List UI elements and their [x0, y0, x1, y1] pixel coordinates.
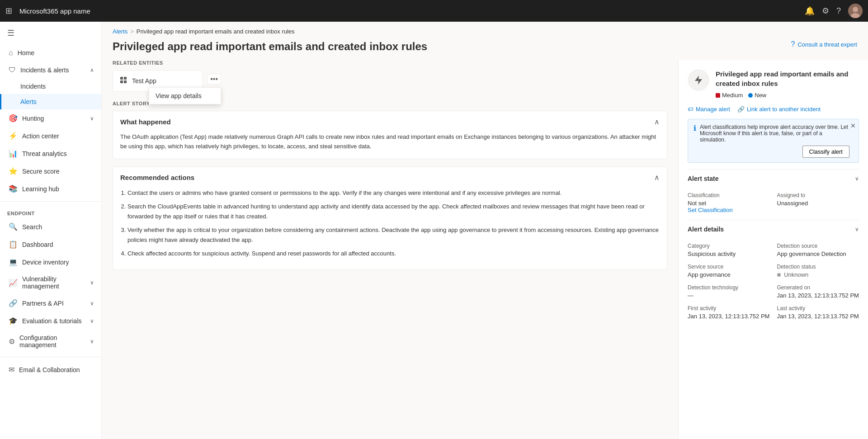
recommended-actions-title: Recommended actions [120, 174, 194, 181]
breadcrumb: Alerts > Privileged app read important e… [102, 22, 868, 35]
avatar[interactable] [848, 4, 863, 18]
partners-icon: 🔗 [9, 299, 18, 307]
entity-menu-button[interactable]: ••• [207, 74, 221, 85]
detection-source-label: Detection source [777, 243, 859, 249]
chevron-up-what-icon: ∧ [654, 118, 660, 126]
manage-alert-link[interactable]: 🏷 Manage alert [688, 106, 730, 113]
svg-rect-4 [124, 77, 127, 80]
what-happened-text: The OAuth application (Test App) made re… [120, 132, 660, 151]
alert-state-header[interactable]: Alert state ∨ [688, 169, 859, 188]
svg-point-1 [853, 7, 858, 12]
what-happened-header[interactable]: What happened ∧ [113, 111, 667, 132]
link-alert-link[interactable]: 🔗 Link alert to another incident [737, 106, 821, 113]
entity-app-icon [119, 76, 127, 86]
status-label: New [755, 92, 766, 99]
service-source-item: Service source App governance [688, 264, 770, 278]
sidebar-item-threat-analytics[interactable]: 📊 Threat analytics [0, 145, 101, 162]
search-icon: 🔍 [9, 222, 18, 231]
sidebar-item-evaluation[interactable]: 🎓 Evaluation & tutorials ∨ [0, 312, 101, 330]
action-item-3: Verify whether the app is critical to yo… [127, 225, 660, 245]
sidebar-item-search[interactable]: 🔍 Search [0, 218, 101, 236]
right-panel-title-wrap: Privileged app read important emails and… [716, 69, 859, 99]
tag-icon: 🏷 [688, 106, 693, 113]
sidebar-item-learning-hub[interactable]: 📚 Learning hub [0, 180, 101, 198]
set-classification-link[interactable]: Set Classification [688, 207, 770, 213]
sidebar-item-action-center[interactable]: ⚡ Action center [0, 127, 101, 145]
what-happened-title: What happened [120, 118, 171, 126]
sidebar-item-email[interactable]: ✉ Email & Collaboration [0, 361, 101, 378]
evaluation-icon: 🎓 [9, 316, 18, 325]
recommended-actions-header[interactable]: Recommended actions ∧ [113, 167, 667, 188]
entity-dropdown: View app details [149, 87, 221, 104]
last-activity-value: Jan 13, 2023, 12:13:13.752 PM [777, 313, 859, 320]
vulnerability-icon: 📈 [9, 279, 18, 287]
sidebar-item-incidents-alerts[interactable]: 🛡 Incidents & alerts ∧ [0, 61, 101, 79]
email-icon: ✉ [9, 365, 14, 374]
alert-details-title: Alert details [688, 226, 724, 233]
actions-list: Contact the users or admins who have gra… [120, 188, 660, 259]
related-entities-label: RELATED ENTITIES [113, 60, 667, 66]
action-center-icon: ⚡ [9, 132, 18, 140]
classify-alert-button[interactable]: Classify alert [802, 146, 849, 158]
sidebar-item-home[interactable]: ⌂ Home [0, 44, 101, 61]
sidebar-sub-label-alerts: Alerts [20, 98, 37, 105]
question-icon: ? [791, 40, 795, 48]
sidebar-sub-item-alerts[interactable]: Alerts [0, 94, 101, 109]
hamburger-icon[interactable]: ☰ [0, 22, 101, 44]
alert-state-title: Alert state [688, 175, 718, 182]
sidebar-item-device-inventory[interactable]: 💻 Device inventory [0, 253, 101, 271]
sidebar-sub-item-incidents[interactable]: Incidents [0, 79, 101, 94]
sidebar-group-label-hunting: Hunting [22, 115, 44, 122]
svg-rect-6 [124, 80, 127, 83]
category-value: Suspicious activity [688, 250, 770, 257]
sidebar-group-label-partners: Partners & API [22, 300, 64, 307]
first-activity-item: First activity Jan 13, 2023, 12:13:13.75… [688, 305, 770, 320]
what-happened-body: The OAuth application (Test App) made re… [113, 132, 667, 159]
alert-details-chevron: ∨ [855, 226, 859, 232]
sidebar-group-label-evaluation: Evaluation & tutorials [22, 317, 82, 325]
medium-dot [716, 93, 720, 98]
gear-icon[interactable]: ⚙ [822, 6, 829, 16]
sidebar-item-hunting[interactable]: 🎯 Hunting ∨ [0, 109, 101, 127]
sidebar-item-secure-score-label: Secure score [22, 168, 59, 175]
sidebar-item-dashboard[interactable]: 📋 Dashboard [0, 236, 101, 253]
sidebar-item-threat-analytics-label: Threat analytics [22, 150, 67, 157]
sidebar-item-vulnerability[interactable]: 📈 Vulnerability management ∨ [0, 271, 101, 294]
alert-details-section: Alert details ∨ Category Suspicious acti… [688, 220, 859, 326]
link-icon: 🔗 [737, 106, 745, 113]
action-item-1: Contact the users or admins who have gra… [127, 188, 660, 198]
chevron-up-icon: ∧ [90, 67, 94, 73]
grid-icon[interactable]: ⊞ [5, 6, 12, 16]
sidebar: ☰ ⌂ Home 🛡 Incidents & alerts ∧ Incident… [0, 22, 102, 439]
chevron-down-icon: ∨ [90, 115, 94, 122]
view-app-details-item[interactable]: View app details [149, 88, 221, 104]
sidebar-item-secure-score[interactable]: ⭐ Secure score [0, 162, 101, 180]
detection-source-value: App governance Detection [777, 250, 859, 257]
chevron-up-actions-icon: ∧ [654, 173, 660, 182]
alert-state-section: Alert state ∨ Classification Not set Set… [688, 169, 859, 220]
chevron-down-icon-2: ∨ [90, 279, 94, 286]
breadcrumb-current: Privileged app read important emails and… [137, 28, 295, 35]
close-banner-button[interactable]: ✕ [850, 122, 856, 129]
info-banner: ℹ Alert classifications help improve ale… [688, 119, 859, 163]
consult-threat-expert-button[interactable]: ? Consult a threat expert [791, 40, 857, 48]
svg-rect-5 [120, 80, 123, 83]
shield-icon: 🛡 [9, 66, 16, 74]
status-dot [777, 273, 781, 277]
right-panel: Privileged app read important emails and… [678, 60, 868, 439]
sidebar-item-config-mgmt[interactable]: ⚙ Configuration management ∨ [0, 330, 101, 353]
detection-status-text: Unknown [784, 271, 808, 278]
service-source-value: App governance [688, 271, 770, 278]
help-icon[interactable]: ? [836, 6, 841, 16]
sidebar-group-label-config: Configuration management [19, 334, 85, 349]
right-panel-header: Privileged app read important emails and… [688, 69, 859, 99]
sidebar-item-partners-api[interactable]: 🔗 Partners & API ∨ [0, 294, 101, 312]
hunting-icon: 🎯 [9, 114, 18, 123]
alert-details-header[interactable]: Alert details ∨ [688, 220, 859, 238]
info-banner-text: Alert classifications help improve alert… [700, 124, 849, 158]
left-panel: RELATED ENTITIES Test App ••• View app d… [102, 60, 678, 439]
breadcrumb-parent[interactable]: Alerts [113, 28, 127, 35]
bell-icon[interactable]: 🔔 [805, 6, 815, 16]
classification-item: Classification Not set Set Classificatio… [688, 192, 770, 213]
detection-status-item: Detection status Unknown [777, 264, 859, 278]
